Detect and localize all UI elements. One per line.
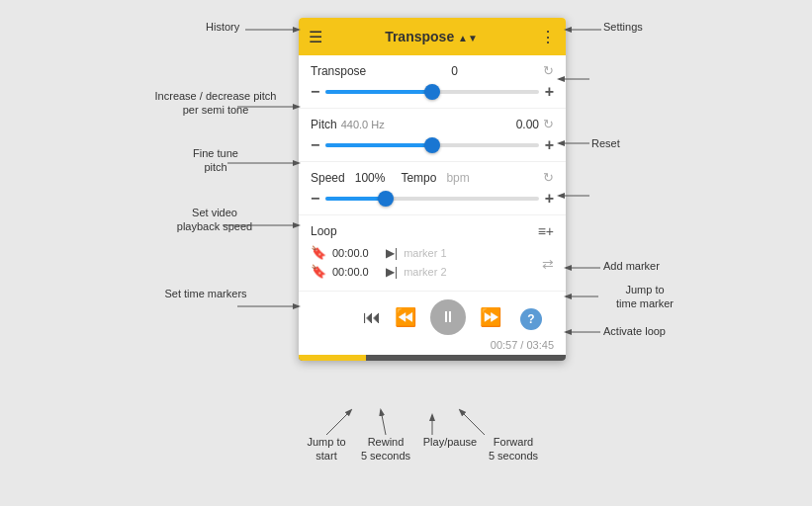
- pitch-hz: 440.0 Hz: [341, 119, 385, 130]
- more-icon[interactable]: ⋮: [540, 28, 556, 46]
- loop-section: Loop ≡+ 🔖 00:00.0 ▶| marker 1 🔖 00:00.0 …: [299, 215, 566, 292]
- marker-2-bookmark-icon[interactable]: 🔖: [311, 264, 326, 279]
- svg-line-13: [381, 410, 386, 435]
- marker-1-name: marker 1: [404, 247, 538, 259]
- speed-increase-btn[interactable]: +: [545, 191, 554, 207]
- set-video-speed-annotation: Set videoplayback speed: [160, 206, 269, 234]
- speed-decrease-btn[interactable]: −: [311, 191, 319, 207]
- marker-row-1: 🔖 00:00.0 ▶| marker 1: [311, 245, 538, 260]
- svg-line-15: [460, 410, 485, 435]
- marker-1-play-icon[interactable]: ▶|: [386, 246, 398, 260]
- jump-to-marker-annotation: Jump totime marker: [600, 283, 689, 311]
- pitch-reset-icon[interactable]: ↻: [543, 117, 554, 131]
- pitch-slider-row: − +: [311, 137, 554, 153]
- speed-value: 100%: [355, 171, 386, 185]
- transpose-decrease-btn[interactable]: −: [311, 84, 319, 100]
- pitch-increase-btn[interactable]: +: [545, 137, 554, 153]
- svg-line-12: [326, 410, 351, 435]
- marker-2-name: marker 2: [404, 266, 538, 278]
- header-title: Transpose ▲▼: [330, 29, 532, 44]
- current-time: 00:57: [491, 339, 518, 351]
- activate-loop-annotation: Activate loop: [603, 324, 666, 338]
- play-pause-annotation: Play/pause: [415, 435, 485, 449]
- panel-header: ☰ Transpose ▲▼ ⋮: [299, 18, 566, 55]
- rewind-btn[interactable]: ⏪: [395, 306, 416, 328]
- marker-2-time: 00:00.0: [332, 266, 380, 278]
- tempo-label: Tempo: [401, 171, 436, 185]
- loop-label: Loop: [311, 224, 337, 238]
- transpose-label: Transpose: [311, 64, 366, 78]
- main-panel: ☰ Transpose ▲▼ ⋮ Transpose 0 ↻ − + Pitch…: [299, 18, 566, 361]
- forward-btn[interactable]: ⏩: [480, 306, 501, 328]
- jump-start-btn[interactable]: ⏮: [363, 307, 381, 328]
- marker-row-2: 🔖 00:00.0 ▶| marker 2: [311, 264, 538, 279]
- speed-slider-row: − +: [311, 191, 554, 207]
- help-icon: ?: [527, 312, 534, 326]
- progress-bar-fill: [299, 355, 366, 361]
- transpose-value: 0: [451, 64, 458, 78]
- tempo-value: bpm: [446, 171, 469, 185]
- player-section: ⏮ ⏪ ⏸ ⏩ ? 00:57 / 03:45: [299, 292, 566, 361]
- add-marker-annotation: Add marker: [603, 259, 660, 273]
- settings-annotation: Settings: [603, 20, 643, 34]
- progress-bar-track[interactable]: [299, 355, 566, 361]
- speed-section: Speed 100% Tempo bpm ↻ − +: [299, 162, 566, 215]
- transpose-increase-btn[interactable]: +: [545, 84, 554, 100]
- increase-decrease-annotation: Increase / decrease pitchper semi tone: [146, 89, 285, 118]
- pitch-value: 0.00: [516, 118, 539, 131]
- fine-tune-annotation: Fine tunepitch: [166, 146, 265, 175]
- marker-1-bookmark-icon[interactable]: 🔖: [311, 245, 326, 260]
- forward-5-annotation: Forward5 seconds: [479, 435, 548, 464]
- player-controls-wrapper: ⏮ ⏪ ⏸ ⏩ ?: [311, 299, 554, 339]
- history-annotation: History: [206, 20, 239, 34]
- help-btn[interactable]: ?: [520, 308, 542, 330]
- transpose-reset-icon[interactable]: ↻: [543, 63, 554, 78]
- loop-activate-icon[interactable]: ⇄: [542, 256, 554, 272]
- pitch-decrease-btn[interactable]: −: [311, 137, 319, 153]
- pause-icon: ⏸: [440, 308, 456, 326]
- speed-label: Speed: [311, 171, 345, 185]
- set-time-markers-annotation: Set time markers: [146, 287, 265, 300]
- rewind-5-annotation: Rewind5 seconds: [351, 435, 420, 464]
- loop-add-icon[interactable]: ≡+: [538, 223, 554, 239]
- transpose-section: Transpose 0 ↻ − +: [299, 55, 566, 109]
- speed-slider-track[interactable]: [325, 197, 538, 201]
- player-controls: ⏮ ⏪ ⏸ ⏩: [363, 299, 501, 335]
- marker-2-play-icon[interactable]: ▶|: [386, 265, 398, 279]
- transpose-slider-track[interactable]: [325, 90, 538, 94]
- transpose-slider-row: − +: [311, 84, 554, 100]
- pitch-label: Pitch: [311, 118, 337, 131]
- play-pause-btn[interactable]: ⏸: [430, 299, 466, 335]
- speed-reset-icon[interactable]: ↻: [543, 170, 554, 185]
- pitch-slider-track[interactable]: [325, 143, 538, 147]
- total-time: 03:45: [526, 339, 554, 351]
- pitch-section: Pitch 440.0 Hz 0.00 ↻ − +: [299, 109, 566, 162]
- player-time: 00:57 / 03:45: [311, 339, 554, 351]
- reset-annotation: Reset: [591, 136, 620, 150]
- marker-1-time: 00:00.0: [332, 247, 380, 259]
- menu-icon[interactable]: ☰: [309, 28, 322, 46]
